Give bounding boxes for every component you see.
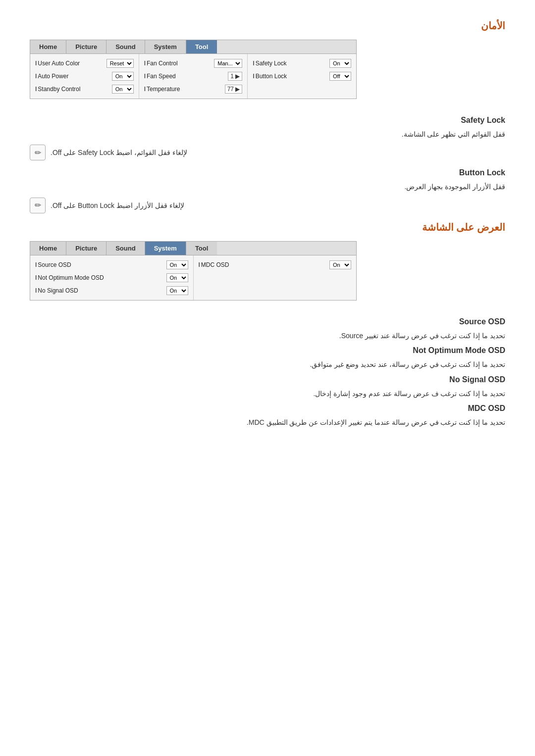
menu-row-temperature: Temperature 77 ▶ (143, 83, 244, 96)
menu-table-2: Home Picture Sound System Tool Source OS… (30, 241, 357, 301)
button-lock-desc: قفل الأزرار الموجودة بجهاز العرض. (30, 181, 505, 192)
source-osd-desc: تحديد ما إذا كنت ترغب في عرض رسالة عند ت… (30, 330, 505, 341)
menu-row-fan-control: Fan Control Man... (143, 57, 244, 70)
source-osd-title: Source OSD (30, 317, 505, 326)
user-auto-color-select[interactable]: Reset (107, 59, 134, 68)
menu-row-standby-control: Standby Control On (34, 83, 135, 96)
menu-table-1: Home Picture Sound System Tool User Auto… (30, 40, 357, 99)
tab-sound-1[interactable]: Sound (107, 40, 145, 53)
section1-title-ar: الأمان (30, 20, 505, 32)
section2-title-ar: العرض على الشاشة (30, 221, 505, 233)
menu-row-no-signal-osd: No Signal OSD On Off (34, 284, 189, 297)
safety-lock-instruction-row: لإلغاء قفل القوائم، اضبط Safety Lock على… (30, 145, 505, 160)
button-lock-instruction: لإلغاء قفل الأزرار اضبط Button Lock على … (51, 202, 184, 209)
menu-row-user-auto-color: User Auto Color Reset (34, 57, 135, 70)
safety-lock-title: Safety Lock (30, 116, 505, 125)
menu-row-source-osd: Source OSD On Off (34, 258, 189, 271)
menu-body-1: User Auto Color Reset Auto Power On Stan… (30, 54, 356, 99)
menu-col2-1: Fan Control Man... Fan Speed 1 ▶ Tempera… (139, 54, 248, 99)
menu-row-mdc-osd: MDC OSD On Off (198, 258, 353, 271)
menu-row-button-lock: Button Lock Off On (252, 70, 352, 83)
mdc-osd-title: MDC OSD (30, 404, 505, 413)
menu-row-not-optimum-osd: Not Optimum Mode OSD On Off (34, 271, 189, 284)
tab-system-2[interactable]: System (145, 242, 186, 255)
menu-row-fan-speed: Fan Speed 1 ▶ (143, 70, 244, 83)
safety-lock-instruction: لإلغاء قفل القوائم، اضبط Safety Lock على… (51, 149, 187, 156)
mdc-osd-select[interactable]: On Off (329, 260, 351, 269)
no-signal-desc: تحديد ما إذا كنت ترغب ف عرض رسالة عند عد… (30, 388, 505, 399)
tab-home-1[interactable]: Home (30, 40, 66, 53)
auto-power-select[interactable]: On (112, 72, 134, 81)
not-optimum-title: Not Optimum Mode OSD (30, 346, 505, 355)
no-signal-title: No Signal OSD (30, 375, 505, 384)
button-lock-select[interactable]: Off On (329, 72, 351, 81)
menu-tabs-1: Home Picture Sound System Tool (30, 40, 356, 54)
safety-lock-desc: قفل القوائم التي تظهر على الشاشة. (30, 129, 505, 140)
mdc-osd-desc: تحديد ما إذا كنت ترغب في عرض رسالة عندما… (30, 417, 505, 428)
no-signal-osd-select[interactable]: On Off (166, 286, 188, 295)
button-lock-pencil-icon: ✏ (30, 198, 46, 213)
menu-col3-1: Safety Lock On Off Button Lock Off On (248, 54, 356, 99)
not-optimum-osd-select[interactable]: On Off (166, 273, 188, 282)
menu-row-auto-power: Auto Power On (34, 70, 135, 83)
safety-lock-pencil-icon: ✏ (30, 145, 46, 160)
button-lock-title: Button Lock (30, 168, 505, 177)
safety-lock-select[interactable]: On Off (329, 59, 351, 68)
tab-home-2[interactable]: Home (30, 242, 66, 255)
fan-speed-value: 1 ▶ (228, 72, 242, 81)
menu-tabs-2: Home Picture Sound System Tool (30, 242, 356, 255)
menu-col1-2: Source OSD On Off Not Optimum Mode OSD O… (30, 255, 194, 300)
menu-col2-2: MDC OSD On Off (194, 255, 357, 300)
menu-col1-1: User Auto Color Reset Auto Power On Stan… (30, 54, 139, 99)
temperature-value: 77 ▶ (225, 85, 243, 94)
tab-tool-2[interactable]: Tool (186, 242, 217, 255)
button-lock-instruction-row: لإلغاء قفل الأزرار اضبط Button Lock على … (30, 198, 505, 213)
source-osd-select[interactable]: On Off (166, 260, 188, 269)
menu-row-safety-lock: Safety Lock On Off (252, 57, 352, 70)
tab-system-1[interactable]: System (145, 40, 186, 53)
tab-sound-2[interactable]: Sound (107, 242, 145, 255)
standby-control-select[interactable]: On (112, 85, 134, 94)
not-optimum-desc: تحديد ما إذا كنت ترغب في عرض رسالة، عند … (30, 359, 505, 370)
fan-control-select[interactable]: Man... (214, 59, 242, 68)
tab-picture-2[interactable]: Picture (66, 242, 107, 255)
tab-tool-1[interactable]: Tool (186, 40, 217, 53)
menu-body-2: Source OSD On Off Not Optimum Mode OSD O… (30, 255, 356, 300)
tab-picture-1[interactable]: Picture (66, 40, 107, 53)
